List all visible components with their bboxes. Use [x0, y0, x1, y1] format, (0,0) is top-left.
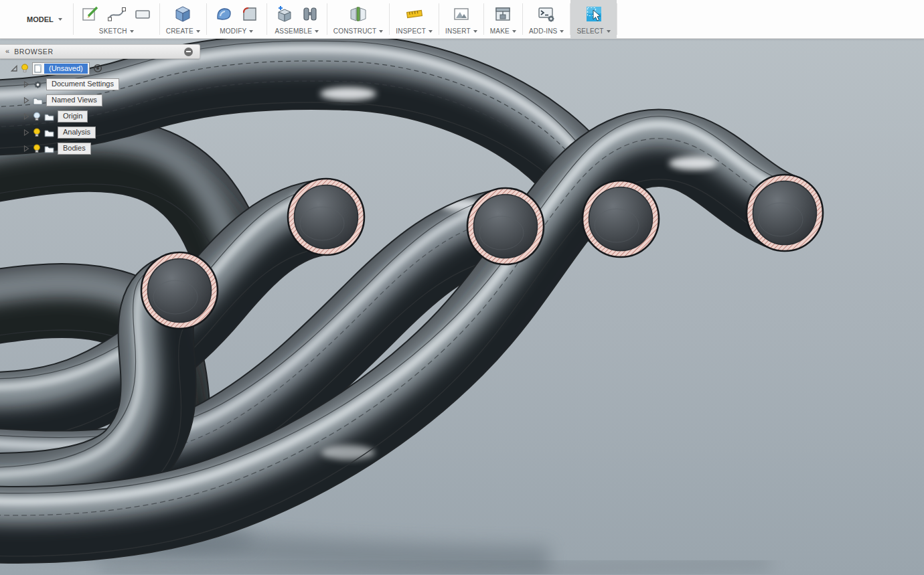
new-component-icon: [275, 5, 293, 23]
folder-icon: [44, 145, 54, 153]
chevron-down-icon: [315, 30, 319, 33]
chevron-down-icon: [560, 30, 564, 33]
spline-icon: [107, 5, 126, 23]
fillet-button[interactable]: [239, 3, 260, 25]
image-icon: [452, 5, 471, 23]
scripts-terminal-icon: [537, 5, 556, 23]
rectangle-tool-icon: [133, 5, 152, 23]
make-button[interactable]: [492, 3, 514, 25]
joint-icon: [301, 5, 319, 23]
toolbar-group-label[interactable]: INSPECT: [396, 27, 433, 35]
create-form-button[interactable]: [172, 3, 194, 25]
toolbar-group-select: SELECT: [570, 0, 616, 38]
collapsed-disclosure-icon[interactable]: [23, 145, 29, 152]
toolbar-group-label[interactable]: ASSEMBLE: [275, 27, 319, 35]
toolbar-group-inspect: INSPECT: [390, 0, 439, 38]
toolbar-group-label[interactable]: MAKE: [490, 27, 516, 35]
sketch-spline-button[interactable]: [106, 3, 127, 25]
select-button[interactable]: [583, 3, 605, 25]
collapsed-disclosure-icon[interactable]: [23, 113, 29, 120]
toolbar-group-modify: MODIFY: [207, 0, 266, 38]
document-label-box[interactable]: (Unsaved): [32, 62, 90, 75]
toolbar-group-label[interactable]: ADD-INS: [529, 27, 564, 35]
toolbar-group-label[interactable]: SELECT: [576, 27, 610, 35]
browser-panel-header[interactable]: « BROWSER: [0, 44, 200, 59]
collapse-panel-icon[interactable]: «: [5, 47, 9, 55]
tree-item-label: Document Settings: [52, 80, 114, 88]
folder-icon: [44, 112, 54, 121]
tree-item-label: Analysis: [63, 128, 90, 137]
select-cursor-icon: [585, 5, 603, 23]
measure-button[interactable]: [404, 3, 425, 25]
printer-3d-icon: [493, 5, 512, 23]
chevron-down-icon: [379, 30, 383, 33]
folder-icon: [44, 129, 54, 137]
toolbar-group-assemble: ASSEMBLE: [267, 0, 327, 38]
toolbar-group-make: MAKE: [484, 0, 522, 38]
new-component-button[interactable]: [273, 3, 295, 25]
selected-face-2[interactable]: [288, 179, 364, 255]
toolbar-group-label[interactable]: INSERT: [445, 27, 477, 35]
press-pull-icon: [214, 5, 233, 23]
fusion-app-window: MODEL: [0, 0, 924, 575]
toolbar-divider: [617, 3, 617, 35]
top-toolbar: MODEL: [0, 0, 924, 39]
viewport-3d[interactable]: [0, 0, 924, 575]
toolbar-group-addins: ADD-INS: [523, 0, 570, 38]
tree-item-origin[interactable]: Origin: [0, 108, 119, 125]
chevron-down-icon: [130, 30, 134, 33]
chevron-down-icon: [58, 18, 62, 21]
chevron-down-icon: [249, 30, 253, 33]
chevron-down-icon: [429, 30, 433, 33]
sketch-rectangle-button[interactable]: [132, 3, 153, 25]
minimize-browser-icon[interactable]: [184, 48, 193, 56]
collapsed-disclosure-icon[interactable]: [23, 97, 29, 104]
chevron-down-icon: [196, 30, 200, 33]
chevron-down-icon: [473, 30, 477, 33]
insert-canvas-button[interactable]: [451, 3, 472, 25]
tree-item-document-settings[interactable]: Document Settings: [0, 76, 119, 92]
fillet-icon: [240, 5, 259, 23]
toolbar-group-insert: INSERT: [439, 0, 483, 38]
tree-item-analysis[interactable]: Analysis: [0, 125, 119, 141]
construction-plane-icon: [349, 5, 368, 23]
tree-item-label: Named Views: [52, 96, 97, 104]
toolbar-group-construct: CONSTRUCT: [327, 0, 390, 38]
tree-item-named-views[interactable]: Named Views: [0, 92, 119, 108]
create-sketch-icon: [81, 5, 100, 23]
selected-face-3[interactable]: [467, 188, 544, 264]
ruler-icon: [405, 5, 424, 23]
collapsed-disclosure-icon[interactable]: [23, 129, 29, 136]
browser-tree: (Unsaved) Document Settings: [0, 60, 119, 157]
toolbar-group-create: CREATE: [160, 0, 206, 38]
toolbar-group-label[interactable]: CREATE: [166, 27, 200, 35]
selected-face-4[interactable]: [583, 181, 659, 257]
document-name: (Unsaved): [44, 64, 88, 74]
lightbulb-off-icon[interactable]: [33, 112, 41, 122]
lightbulb-on-icon[interactable]: [33, 128, 41, 138]
radio-target-icon[interactable]: [93, 64, 102, 73]
selected-face-5[interactable]: [747, 175, 823, 251]
create-sketch-button[interactable]: [80, 3, 101, 25]
tree-item-label: Bodies: [63, 144, 86, 153]
construct-plane-button[interactable]: [348, 3, 369, 25]
tree-item-bodies[interactable]: Bodies: [0, 141, 119, 157]
workspace-switcher[interactable]: MODEL: [0, 0, 73, 38]
press-pull-button[interactable]: [213, 3, 234, 25]
browser-title: BROWSER: [14, 48, 184, 56]
workspace-label: MODEL: [27, 15, 54, 23]
tree-item-label: Origin: [63, 112, 82, 120]
toolbar-group-label[interactable]: MODIFY: [220, 27, 253, 35]
lightbulb-on-icon[interactable]: [33, 144, 41, 154]
collapsed-disclosure-icon[interactable]: [23, 81, 29, 88]
selected-face-1[interactable]: [141, 252, 218, 329]
tree-item-root[interactable]: (Unsaved): [0, 60, 119, 76]
toolbar-group-label[interactable]: CONSTRUCT: [333, 27, 384, 35]
box-icon: [173, 5, 192, 23]
folder-icon: [33, 96, 43, 105]
joint-button[interactable]: [299, 3, 321, 25]
toolbar-group-label[interactable]: SKETCH: [99, 27, 134, 35]
scripts-addins-button[interactable]: [536, 3, 557, 25]
lightbulb-on-icon[interactable]: [21, 64, 29, 74]
expanded-disclosure-icon[interactable]: [11, 65, 17, 72]
